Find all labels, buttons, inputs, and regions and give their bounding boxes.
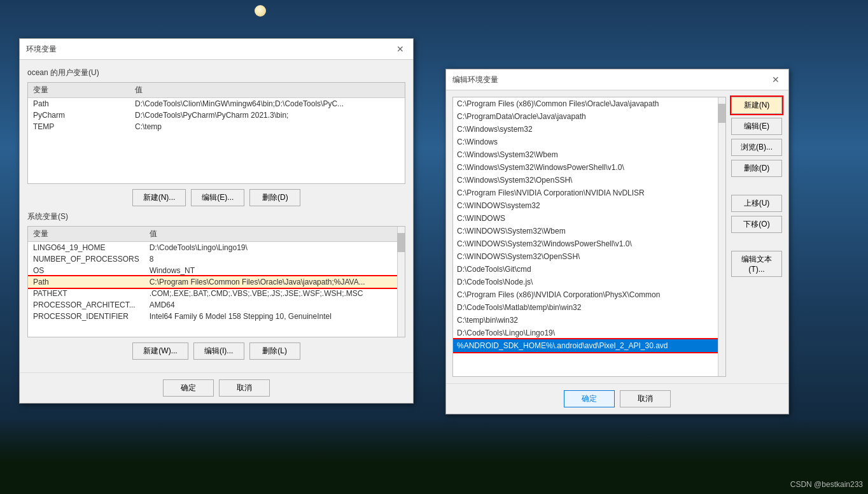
env-dialog-close-button[interactable]: ✕	[394, 43, 407, 55]
sys-table-var-header: 变量	[28, 227, 144, 242]
sys-table-row[interactable]: PathC:\Program Files\Common Files\Oracle…	[28, 276, 405, 288]
path-list-item[interactable]: C:\Program Files\NVIDIA Corporation\NVID…	[453, 187, 725, 199]
user-delete-button[interactable]: 删除(D)	[249, 189, 300, 206]
sys-val-cell: 8	[144, 253, 405, 265]
sys-table-scrollbar[interactable]	[397, 227, 405, 337]
sys-table-row[interactable]: PATHEXT.COM;.EXE;.BAT;.CMD;.VBS;.VBE;.JS…	[28, 288, 405, 299]
sys-table-row[interactable]: PROCESSOR_ARCHITECT...AMD64	[28, 299, 405, 311]
path-list-item[interactable]: C:\Windows\System32\OpenSSH\	[453, 174, 725, 187]
user-var-cell: Path	[28, 98, 130, 110]
path-list-scroll-thumb[interactable]	[718, 104, 725, 123]
watermark: CSDN @bestkain233	[790, 480, 863, 489]
path-list-item[interactable]: C:\WINDOWS	[453, 212, 725, 225]
env-dialog-content: ocean 的用户变量(U) 变量 值 PathD:\CodeTools\Cli…	[20, 60, 413, 372]
env-dialog-title-bar: 环境变量 ✕	[20, 39, 413, 60]
sys-val-cell: .COM;.EXE;.BAT;.CMD;.VBS;.VBE;.JS;.JSE;.…	[144, 288, 405, 299]
sys-table-scroll-thumb[interactable]	[397, 233, 405, 252]
sys-val-cell: D:\CodeTools\Lingo\Lingo19\	[144, 242, 405, 254]
edit-env-dialog: 编辑环境变量 ✕ C:\Program Files (x86)\Common F…	[445, 69, 789, 414]
sys-variables-table-container: 变量 值 LINGO64_19_HOMED:\CodeTools\Lingo\L…	[27, 226, 405, 337]
path-list-item[interactable]: C:\WINDOWS\System32\Wbem	[453, 225, 725, 237]
sys-new-button[interactable]: 新建(W)...	[132, 342, 188, 360]
sys-val-cell: AMD64	[144, 299, 405, 311]
user-variables-table-container: 变量 值 PathD:\CodeTools\Clion\MinGW\mingw6…	[27, 82, 405, 184]
edit-dialog-content: C:\Program Files (x86)\Common Files\Orac…	[446, 90, 788, 383]
path-list-item[interactable]: C:\Windows\System32\WindowsPowerShell\v1…	[453, 161, 725, 174]
env-dialog-title: 环境变量	[26, 44, 57, 55]
sys-delete-button[interactable]: 删除(L)	[249, 342, 300, 360]
user-table-var-header: 变量	[28, 83, 130, 98]
landscape-background	[0, 418, 868, 494]
user-var-cell: PyCharm	[28, 109, 130, 121]
edit-cancel-button[interactable]: 取消	[620, 390, 671, 407]
user-table-row[interactable]: PyCharmD:\CodeTools\PyCharm\PyCharm 2021…	[28, 109, 405, 121]
sys-edit-button[interactable]: 编辑(I)...	[193, 342, 244, 360]
user-new-button[interactable]: 新建(N)...	[132, 189, 186, 206]
sys-table-row[interactable]: NUMBER_OF_PROCESSORS8	[28, 253, 405, 265]
sys-section-label: 系统变量(S)	[27, 211, 405, 222]
path-list-item[interactable]: %ANDROID_SDK_HOME%\.android\avd\Pixel_2_…	[453, 339, 725, 352]
edit-edit-button[interactable]: 编辑(E)	[731, 118, 782, 135]
user-table-row[interactable]: TEMPC:\temp	[28, 121, 405, 132]
button-spacer	[731, 181, 782, 191]
path-list-item[interactable]: C:\Windows	[453, 136, 725, 148]
sys-var-cell: PATHEXT	[28, 288, 144, 299]
sys-table-row[interactable]: OSWindows_NT	[28, 265, 405, 276]
path-list-item[interactable]: C:\Program Files (x86)\Common Files\Orac…	[453, 97, 725, 110]
user-table-row[interactable]: PathD:\CodeTools\Clion\MinGW\mingw64\bin…	[28, 98, 405, 110]
env-variables-dialog: 环境变量 ✕ ocean 的用户变量(U) 变量 值 PathD:\CodeTo…	[19, 38, 414, 404]
path-list-scrollbar[interactable]	[718, 97, 725, 376]
path-list-item[interactable]: D:\CodeTools\Matlab\temp\bin\win32	[453, 301, 725, 314]
user-val-cell: D:\CodeTools\Clion\MinGW\mingw64\bin;D:\…	[130, 98, 405, 110]
user-edit-button[interactable]: 编辑(E)...	[191, 189, 244, 206]
user-var-cell: TEMP	[28, 121, 130, 132]
user-val-cell: D:\CodeTools\PyCharm\PyCharm 2021.3\bin;	[130, 109, 405, 121]
user-section-label: ocean 的用户变量(U)	[27, 67, 405, 78]
edit-move-down-button[interactable]: 下移(O)	[731, 216, 782, 233]
edit-delete-button[interactable]: 删除(D)	[731, 160, 782, 177]
path-list-item[interactable]: C:\WINDOWS\System32\OpenSSH\	[453, 250, 725, 263]
sys-buttons-row: 新建(W)... 编辑(I)... 删除(L)	[27, 342, 405, 360]
edit-buttons-panel: 新建(N) 编辑(E) 浏览(B)... 删除(D) 上移(U) 下移(O) 编…	[731, 97, 782, 377]
edit-dialog-title: 编辑环境变量	[452, 74, 498, 85]
path-list-item[interactable]: C:\Windows\system32	[453, 123, 725, 136]
edit-browse-button[interactable]: 浏览(B)...	[731, 139, 782, 156]
sys-val-cell: Windows_NT	[144, 265, 405, 276]
sys-var-cell: PROCESSOR_ARCHITECT...	[28, 299, 144, 311]
env-cancel-button[interactable]: 取消	[219, 379, 270, 397]
sys-variables-table: 变量 值 LINGO64_19_HOMED:\CodeTools\Lingo\L…	[28, 227, 405, 322]
edit-dialog-title-bar: 编辑环境变量 ✕	[446, 69, 788, 90]
sys-var-cell: NUMBER_OF_PROCESSORS	[28, 253, 144, 265]
path-list-item[interactable]: C:\temp\bin\win32	[453, 314, 725, 327]
user-buttons-row: 新建(N)... 编辑(E)... 删除(D)	[27, 189, 405, 206]
sys-var-cell: Path	[28, 276, 144, 288]
env-dialog-footer: 确定 取消	[20, 372, 413, 403]
button-spacer2	[731, 237, 782, 247]
path-list: C:\Program Files (x86)\Common Files\Orac…	[453, 97, 725, 352]
path-list-item[interactable]: C:\Windows\System32\Wbem	[453, 148, 725, 161]
user-val-cell: C:\temp	[130, 121, 405, 132]
sys-var-cell: LINGO64_19_HOME	[28, 242, 144, 254]
env-ok-button[interactable]: 确定	[163, 379, 214, 397]
user-variables-table: 变量 值 PathD:\CodeTools\Clion\MinGW\mingw6…	[28, 83, 405, 132]
edit-dialog-footer: 确定 取消	[446, 383, 788, 414]
sys-table-val-header: 值	[144, 227, 405, 242]
edit-move-up-button[interactable]: 上移(U)	[731, 195, 782, 212]
sys-table-row[interactable]: LINGO64_19_HOMED:\CodeTools\Lingo\Lingo1…	[28, 242, 405, 254]
edit-text-button[interactable]: 编辑文本(T)...	[731, 251, 782, 277]
edit-ok-button[interactable]: 确定	[564, 390, 615, 407]
path-list-item[interactable]: D:\CodeTools\Node.js\	[453, 276, 725, 288]
path-list-item[interactable]: C:\ProgramData\Oracle\Java\javapath	[453, 110, 725, 123]
path-list-container: C:\Program Files (x86)\Common Files\Orac…	[452, 97, 726, 377]
edit-new-button[interactable]: 新建(N)	[731, 97, 782, 114]
path-list-item[interactable]: D:\CodeTools\Git\cmd	[453, 263, 725, 276]
edit-dialog-close-button[interactable]: ✕	[769, 73, 782, 86]
path-list-item[interactable]: D:\CodeTools\Lingo\Lingo19\	[453, 327, 725, 339]
sys-var-cell: PROCESSOR_IDENTIFIER	[28, 311, 144, 322]
path-list-item[interactable]: C:\WINDOWS\system32	[453, 199, 725, 212]
sys-table-row[interactable]: PROCESSOR_IDENTIFIERIntel64 Family 6 Mod…	[28, 311, 405, 322]
sys-var-cell: OS	[28, 265, 144, 276]
path-list-item[interactable]: C:\WINDOWS\System32\WindowsPowerShell\v1…	[453, 237, 725, 250]
sys-val-cell: C:\Program Files\Common Files\Oracle\Jav…	[144, 276, 405, 288]
path-list-item[interactable]: C:\Program Files (x86)\NVIDIA Corporatio…	[453, 288, 725, 301]
